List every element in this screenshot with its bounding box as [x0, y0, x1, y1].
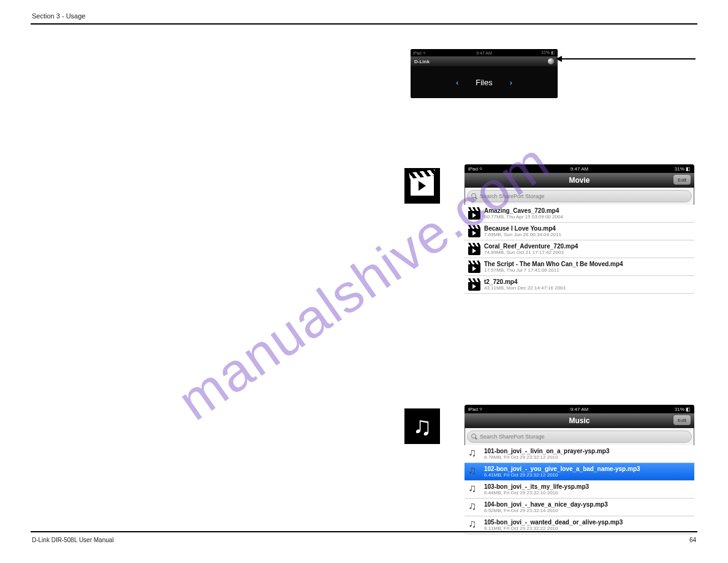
list-item[interactable]: t2_720.mp4 43.11MB, Mon Dec 22 14:47:16 …: [464, 276, 694, 294]
screen-title: Music: [569, 416, 590, 425]
file-name: The Script - The Man Who Can_t Be Moved.…: [484, 261, 623, 267]
file-meta: 60.77MB, Thu Apr 15 03:09:00 2004: [484, 215, 563, 220]
music-screenshot: iPad ᯤ 9:47 AM 31% ◧ Music Edit Search S…: [464, 405, 694, 534]
files-header-screenshot: iPad ᯤ 9:47 AM 31% ◧ D-Link ‹ Files ›: [411, 49, 558, 98]
file-meta: 6.44MB, Fri Oct 29 23:32:10 2010: [484, 491, 589, 496]
movie-list: Amazing_Caves_720.mp4 60.77MB, Thu Apr 1…: [464, 205, 694, 294]
clapper-icon: [468, 243, 480, 255]
music-note-icon: [468, 483, 480, 496]
file-meta: 6.52MB, Fri Oct 29 23:32:14 2010: [484, 508, 608, 513]
nav-prev-button[interactable]: ‹: [456, 78, 458, 87]
clapper-icon: [468, 261, 480, 273]
movie-section-icon: [404, 168, 440, 204]
clapper-icon: [468, 207, 480, 220]
file-name: 102-bon_jovi_-_you_give_love_a_bad_name-…: [484, 465, 640, 472]
status-battery: 31% ◧: [675, 407, 691, 412]
file-name: 101-bon_jovi_-_livin_on_a_prayer-ysp.mp3: [484, 448, 610, 454]
list-item[interactable]: Amazing_Caves_720.mp4 60.77MB, Thu Apr 1…: [464, 205, 694, 223]
edit-button[interactable]: Edit: [673, 415, 691, 425]
status-left: iPad ᯤ: [413, 51, 427, 55]
header-divider: [31, 23, 697, 25]
callout-arrow: [561, 58, 696, 59]
file-name: Coral_Reef_Adventure_720.mp4: [484, 243, 578, 250]
search-input[interactable]: Search SharePort Storage: [467, 431, 692, 443]
status-left: iPad ᯤ: [468, 407, 484, 412]
search-icon: [471, 434, 477, 440]
list-item[interactable]: 103-bon_jovi_-_its_my_life-ysp.mp3 6.44M…: [464, 481, 694, 499]
nav-next-button[interactable]: ›: [510, 78, 512, 87]
file-meta: 74.89MB, Sun Oct 21 17:17:42 2003: [484, 250, 578, 255]
status-battery: 31% ◧: [675, 166, 691, 172]
status-battery: 31% ◧: [541, 50, 555, 55]
file-name: Because I Love You.mp4: [484, 225, 561, 232]
list-item-selected[interactable]: 102-bon_jovi_-_you_give_love_a_bad_name-…: [464, 463, 694, 481]
footer-page-number: 64: [689, 537, 696, 543]
list-item[interactable]: Because I Love You.mp4 7.69MB, Sun Jun 2…: [464, 223, 694, 240]
clapper-icon: [468, 278, 480, 291]
list-item[interactable]: The Script - The Man Who Can_t Be Moved.…: [464, 258, 694, 276]
music-list: 101-bon_jovi_-_livin_on_a_prayer-ysp.mp3…: [464, 445, 694, 534]
music-note-icon: ♫: [412, 413, 432, 439]
music-note-icon: [468, 465, 480, 478]
nav-title: Files: [476, 78, 492, 87]
section-heading: Section 3 - Usage: [32, 12, 85, 20]
search-input[interactable]: Search SharePort Storage: [467, 190, 692, 202]
footer-divider: [31, 531, 697, 532]
file-meta: 6.78MB, Fri Oct 29 23:32:12 2010: [484, 455, 610, 460]
gear-icon[interactable]: [548, 58, 554, 64]
status-time: 9:47 AM: [571, 166, 588, 172]
file-name: 105-bon_jovi_-_wanted_dead_or_alive-ysp.…: [484, 519, 623, 526]
screen-title: Movie: [569, 176, 590, 185]
file-meta: 7.69MB, Sun Jun 26 00:34:04 2011: [484, 232, 561, 237]
music-note-icon: [468, 519, 480, 531]
brand-label: D-Link: [414, 59, 430, 64]
movie-screenshot: iPad ᯤ 9:47 AM 31% ◧ Movie Edit Search S…: [464, 164, 694, 294]
file-name: Amazing_Caves_720.mp4: [484, 207, 563, 214]
music-note-icon: [468, 501, 480, 513]
edit-button[interactable]: Edit: [673, 175, 691, 185]
list-item[interactable]: 104-bon_jovi_-_have_a_nice_day-ysp.mp3 6…: [464, 499, 694, 516]
list-item[interactable]: 101-bon_jovi_-_livin_on_a_prayer-ysp.mp3…: [464, 445, 694, 463]
search-icon: [471, 193, 477, 199]
file-meta: 17.57MB, Thu Jul 7 17:41:08 2011: [484, 268, 623, 273]
file-name: 104-bon_jovi_-_have_a_nice_day-ysp.mp3: [484, 501, 608, 508]
search-placeholder: Search SharePort Storage: [480, 434, 545, 440]
list-item[interactable]: Coral_Reef_Adventure_720.mp4 74.89MB, Su…: [464, 240, 694, 258]
music-section-icon: ♫: [404, 408, 440, 444]
file-meta: 6.41MB, Fri Oct 29 23:32:12 2010: [484, 473, 640, 478]
status-left: iPad ᯤ: [468, 166, 484, 172]
search-placeholder: Search SharePort Storage: [480, 193, 545, 199]
status-time: 9:47 AM: [571, 407, 588, 412]
clapper-icon: [468, 225, 480, 237]
file-name: t2_720.mp4: [484, 278, 566, 285]
file-meta: 8.11MB, Fri Oct 29 23:32:22 2010: [484, 526, 623, 531]
status-time: 9:47 AM: [476, 51, 492, 55]
music-note-icon: [468, 448, 480, 460]
footer-manual-title: D-Link DIR-508L User Manual: [32, 537, 114, 543]
file-name: 103-bon_jovi_-_its_my_life-ysp.mp3: [484, 483, 589, 490]
file-meta: 43.11MB, Mon Dec 22 14:47:16 2003: [484, 286, 566, 291]
